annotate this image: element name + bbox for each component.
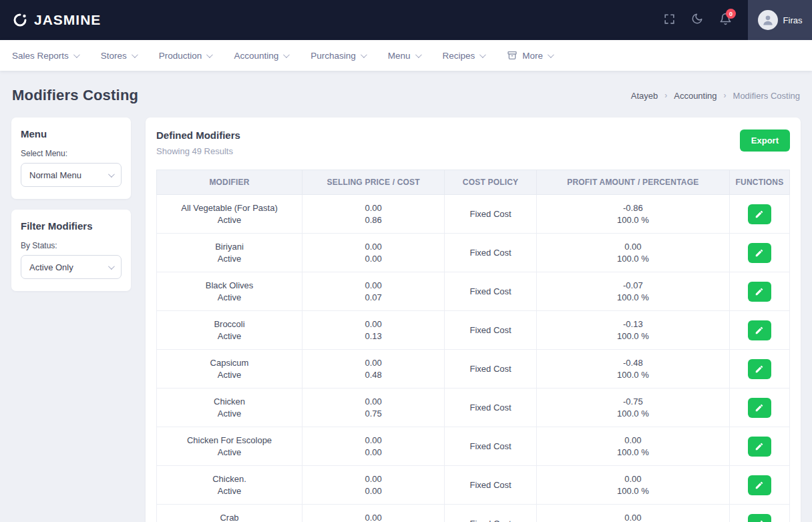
chevron-down-icon: [283, 51, 290, 58]
chevron-down-icon: [132, 51, 138, 58]
functions-cell: [729, 272, 789, 311]
breadcrumb-item-atayeb[interactable]: Atayeb: [631, 91, 658, 101]
price-cost-cell: 0.00 0.48: [302, 350, 445, 388]
export-button[interactable]: Export: [740, 129, 790, 152]
edit-button[interactable]: [748, 320, 771, 340]
pencil-icon: [755, 287, 764, 296]
nav-item-production[interactable]: Production: [159, 51, 212, 61]
notifications-button[interactable]: 0: [712, 7, 739, 33]
box-icon: [507, 50, 518, 61]
fullscreen-button[interactable]: [656, 7, 682, 33]
profit-cell: -0.86 100.0 %: [536, 195, 729, 234]
nav-item-accounting[interactable]: Accounting: [234, 51, 288, 61]
cost-policy: Fixed Cost: [445, 441, 536, 453]
profit-cell: 0.00 100.0 %: [536, 466, 729, 505]
cost-policy-cell: Fixed Cost: [445, 388, 536, 427]
cost-value: 0.00: [302, 253, 444, 265]
modifier-cell: Chicken. Active: [157, 466, 302, 505]
cost-policy-cell: Fixed Cost: [445, 195, 536, 234]
profit-amount: -0.07: [537, 280, 729, 292]
breadcrumb-item-accounting[interactable]: Accounting: [674, 91, 717, 101]
edit-button[interactable]: [748, 204, 771, 224]
chevron-down-icon: [206, 51, 213, 58]
table-row: Chicken. Active 0.00 0.00 Fixed Cost 0.0…: [157, 466, 790, 505]
price-cost-cell: 0.00 0.00: [302, 234, 445, 272]
chevron-down-icon: [548, 51, 554, 58]
modifier-name: Chicken For Escolope: [157, 435, 302, 447]
modifier-cell: Capsicum Active: [157, 350, 302, 388]
edit-button[interactable]: [748, 398, 771, 418]
nav-item-recipes[interactable]: Recipes: [443, 51, 485, 61]
status-select-value: Active Only: [29, 262, 73, 272]
price-cost-cell: 0.00 0.86: [302, 195, 445, 234]
brand[interactable]: JASMINE: [12, 12, 101, 28]
notification-badge: 0: [726, 9, 736, 19]
profit-percentage: 100.0 %: [537, 369, 729, 381]
page-title: Modifiers Costing: [12, 87, 138, 104]
cost-policy-cell: Fixed Cost: [445, 350, 536, 388]
profit-amount: 0.00: [537, 512, 729, 522]
modifier-name: Black Olives: [157, 280, 302, 292]
dark-mode-button[interactable]: [684, 7, 710, 33]
pencil-icon: [755, 364, 764, 374]
cost-policy-cell: Fixed Cost: [445, 234, 536, 272]
profit-cell: -0.07 100.0 %: [536, 272, 729, 311]
status-filter-label: By Status:: [21, 241, 122, 250]
modifier-cell: Chicken Active: [157, 388, 302, 427]
status-select[interactable]: Active Only: [21, 255, 122, 279]
selling-price: 0.00: [302, 241, 444, 253]
cost-value: 0.75: [302, 408, 444, 420]
cost-value: 0.00: [302, 447, 444, 459]
main-nav: Sales Reports Stores Production Accounti…: [0, 40, 812, 71]
nav-item-menu[interactable]: Menu: [388, 51, 420, 61]
menu-card: Menu Select Menu: Normal Menu: [11, 117, 131, 199]
chevron-down-icon: [108, 263, 115, 270]
breadcrumb-separator: ›: [664, 91, 667, 100]
edit-button[interactable]: [748, 282, 771, 302]
header-profit: PROFIT AMOUNT / PERCENTAGE: [536, 170, 729, 195]
nav-item-label: More: [522, 51, 543, 61]
cost-policy-cell: Fixed Cost: [445, 427, 536, 466]
jasmine-logo-icon: [12, 12, 28, 28]
modifier-name: Chicken: [157, 396, 302, 408]
modifier-cell: Black Olives Active: [157, 272, 302, 311]
nav-item-more[interactable]: More: [507, 50, 552, 61]
moon-icon: [691, 13, 703, 27]
table-row: All Vegetable (For Pasta) Active 0.00 0.…: [157, 195, 790, 234]
table-row: Chicken Active 0.00 0.75 Fixed Cost -0.7…: [157, 388, 790, 427]
nav-item-purchasing[interactable]: Purchasing: [311, 51, 365, 61]
edit-button[interactable]: [748, 243, 771, 263]
cost-policy-cell: Fixed Cost: [445, 466, 536, 505]
table-header-row: MODIFIER SELLING PRICE / COST COST POLIC…: [157, 170, 790, 195]
nav-item-sales-reports[interactable]: Sales Reports: [12, 51, 78, 61]
user-name: Firas: [783, 15, 803, 25]
fullscreen-icon: [663, 13, 676, 28]
profit-cell: 0.00 100.0 %: [536, 505, 729, 522]
nav-item-label: Production: [159, 51, 202, 61]
price-cost-cell: 0.00 0.00: [302, 466, 445, 505]
functions-cell: [729, 427, 789, 466]
pencil-icon: [755, 326, 764, 335]
cost-policy-cell: Fixed Cost: [445, 311, 536, 350]
profit-percentage: 100.0 %: [537, 330, 729, 342]
edit-button[interactable]: [748, 359, 771, 379]
edit-button[interactable]: [748, 514, 771, 522]
header-modifier: MODIFIER: [157, 170, 302, 195]
profit-percentage: 100.0 %: [537, 253, 729, 265]
nav-item-label: Stores: [101, 51, 127, 61]
results-count: Showing 49 Results: [156, 146, 240, 156]
edit-button[interactable]: [748, 475, 771, 495]
profit-amount: -0.48: [537, 357, 729, 369]
modifier-cell: Chicken For Escolope Active: [157, 427, 302, 466]
nav-item-stores[interactable]: Stores: [101, 51, 136, 61]
user-menu[interactable]: Firas: [748, 0, 812, 40]
modifiers-table: MODIFIER SELLING PRICE / COST COST POLIC…: [156, 170, 790, 522]
selling-price: 0.00: [302, 435, 444, 447]
modifier-name: Capsicum: [157, 357, 302, 369]
profit-cell: 0.00 100.0 %: [536, 234, 729, 272]
modifier-name: Broccoli: [157, 318, 302, 330]
table-row: Capsicum Active 0.00 0.48 Fixed Cost -0.…: [157, 350, 790, 388]
edit-button[interactable]: [748, 437, 771, 457]
profit-cell: -0.13 100.0 %: [536, 311, 729, 350]
menu-select[interactable]: Normal Menu: [21, 163, 122, 187]
